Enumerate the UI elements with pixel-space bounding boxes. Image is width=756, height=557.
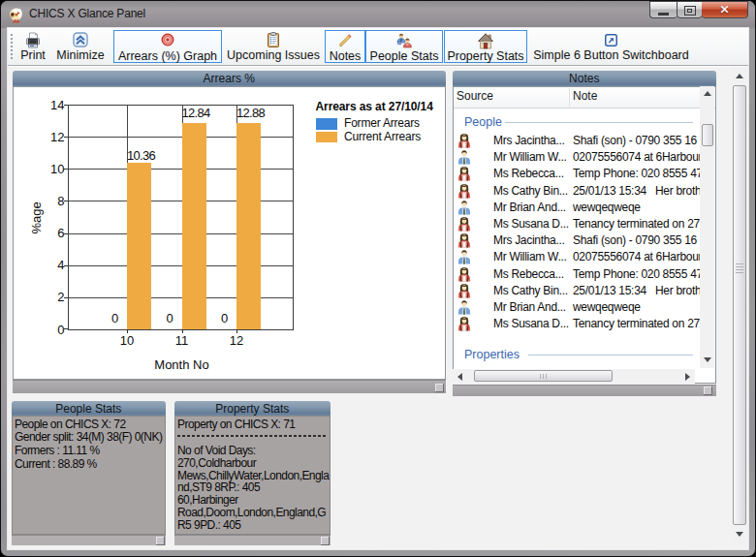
svg-text:N: N xyxy=(398,42,401,46)
